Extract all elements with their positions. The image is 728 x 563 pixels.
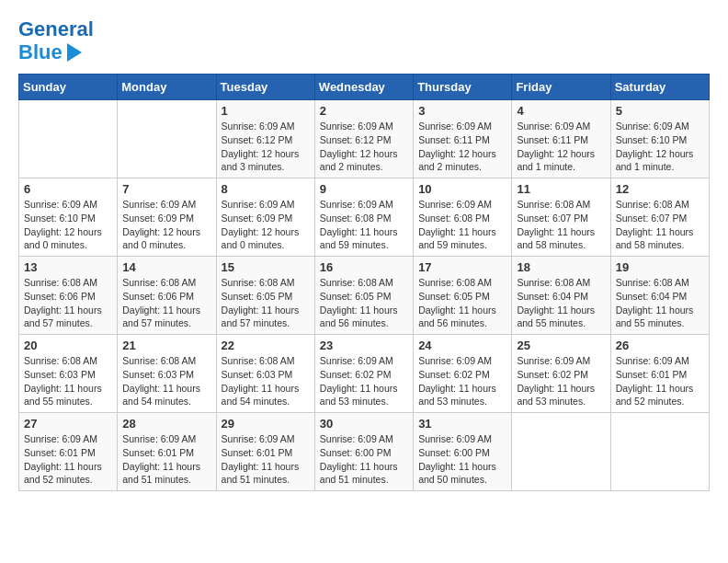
- calendar-cell: 31Sunrise: 6:09 AM Sunset: 6:00 PM Dayli…: [414, 413, 512, 491]
- calendar-cell: 25Sunrise: 6:09 AM Sunset: 6:02 PM Dayli…: [512, 335, 610, 413]
- day-info: Sunrise: 6:08 AM Sunset: 6:05 PM Dayligh…: [418, 276, 506, 330]
- day-number: 1: [222, 104, 310, 118]
- day-number: 21: [122, 339, 210, 352]
- day-info: Sunrise: 6:08 AM Sunset: 6:05 PM Dayligh…: [320, 276, 408, 330]
- calendar-cell: 21Sunrise: 6:08 AM Sunset: 6:03 PM Dayli…: [118, 335, 216, 413]
- calendar-cell: 2Sunrise: 6:09 AM Sunset: 6:12 PM Daylig…: [314, 100, 413, 178]
- day-info: Sunrise: 6:09 AM Sunset: 6:12 PM Dayligh…: [320, 120, 408, 174]
- day-info: Sunrise: 6:09 AM Sunset: 6:12 PM Dayligh…: [222, 120, 310, 174]
- calendar-cell: [610, 413, 709, 491]
- day-number: 20: [24, 339, 112, 352]
- day-number: 31: [418, 417, 506, 431]
- calendar-cell: 9Sunrise: 6:09 AM Sunset: 6:08 PM Daylig…: [314, 178, 413, 257]
- day-info: Sunrise: 6:08 AM Sunset: 6:03 PM Dayligh…: [222, 354, 310, 408]
- day-number: 12: [616, 182, 704, 196]
- calendar-header-row: SundayMondayTuesdayWednesdayThursdayFrid…: [19, 75, 710, 100]
- day-info: Sunrise: 6:09 AM Sunset: 6:08 PM Dayligh…: [418, 198, 506, 252]
- day-number: 14: [122, 260, 210, 274]
- day-info: Sunrise: 6:09 AM Sunset: 6:00 PM Dayligh…: [418, 432, 506, 487]
- day-info: Sunrise: 6:09 AM Sunset: 6:09 PM Dayligh…: [122, 198, 210, 252]
- header-thursday: Thursday: [414, 75, 512, 100]
- calendar-cell: 6Sunrise: 6:09 AM Sunset: 6:10 PM Daylig…: [19, 178, 118, 257]
- day-info: Sunrise: 6:08 AM Sunset: 6:03 PM Dayligh…: [24, 354, 112, 408]
- calendar-cell: 7Sunrise: 6:09 AM Sunset: 6:09 PM Daylig…: [118, 178, 216, 257]
- day-info: Sunrise: 6:09 AM Sunset: 6:10 PM Dayligh…: [24, 198, 112, 252]
- day-info: Sunrise: 6:08 AM Sunset: 6:05 PM Dayligh…: [222, 276, 310, 330]
- calendar-cell: 15Sunrise: 6:08 AM Sunset: 6:05 PM Dayli…: [216, 257, 314, 335]
- day-number: 13: [24, 260, 112, 274]
- page-header: General Blue: [18, 18, 710, 64]
- calendar-week-4: 20Sunrise: 6:08 AM Sunset: 6:03 PM Dayli…: [19, 335, 710, 413]
- day-info: Sunrise: 6:09 AM Sunset: 6:02 PM Dayligh…: [517, 354, 605, 408]
- day-number: 8: [222, 182, 310, 196]
- calendar-week-1: 1Sunrise: 6:09 AM Sunset: 6:12 PM Daylig…: [19, 100, 710, 178]
- calendar-cell: 22Sunrise: 6:08 AM Sunset: 6:03 PM Dayli…: [216, 335, 314, 413]
- day-number: 16: [320, 260, 408, 274]
- calendar-cell: 10Sunrise: 6:09 AM Sunset: 6:08 PM Dayli…: [414, 178, 512, 257]
- day-info: Sunrise: 6:09 AM Sunset: 6:02 PM Dayligh…: [418, 354, 506, 408]
- day-number: 29: [222, 417, 310, 431]
- calendar-cell: [118, 100, 216, 178]
- calendar-week-3: 13Sunrise: 6:08 AM Sunset: 6:06 PM Dayli…: [19, 257, 710, 335]
- day-info: Sunrise: 6:09 AM Sunset: 6:01 PM Dayligh…: [616, 354, 704, 408]
- day-number: 2: [320, 104, 408, 118]
- calendar-cell: 14Sunrise: 6:08 AM Sunset: 6:06 PM Dayli…: [118, 257, 216, 335]
- header-wednesday: Wednesday: [314, 75, 413, 100]
- day-number: 11: [517, 182, 605, 196]
- day-number: 24: [418, 339, 506, 352]
- calendar-cell: 13Sunrise: 6:08 AM Sunset: 6:06 PM Dayli…: [19, 257, 118, 335]
- day-number: 22: [222, 339, 310, 352]
- day-info: Sunrise: 6:09 AM Sunset: 6:00 PM Dayligh…: [320, 432, 408, 487]
- calendar-cell: [19, 100, 118, 178]
- calendar-cell: 5Sunrise: 6:09 AM Sunset: 6:10 PM Daylig…: [610, 100, 709, 178]
- day-number: 25: [517, 339, 605, 352]
- header-sunday: Sunday: [19, 75, 118, 100]
- calendar-cell: 1Sunrise: 6:09 AM Sunset: 6:12 PM Daylig…: [216, 100, 314, 178]
- day-number: 10: [418, 182, 506, 196]
- day-info: Sunrise: 6:08 AM Sunset: 6:07 PM Dayligh…: [616, 198, 704, 252]
- logo-text: General Blue: [18, 18, 94, 64]
- calendar-cell: 30Sunrise: 6:09 AM Sunset: 6:00 PM Dayli…: [314, 413, 413, 491]
- header-tuesday: Tuesday: [216, 75, 314, 100]
- day-info: Sunrise: 6:08 AM Sunset: 6:04 PM Dayligh…: [616, 276, 704, 330]
- calendar-week-2: 6Sunrise: 6:09 AM Sunset: 6:10 PM Daylig…: [19, 178, 710, 257]
- calendar-cell: 11Sunrise: 6:08 AM Sunset: 6:07 PM Dayli…: [512, 178, 610, 257]
- calendar-cell: 29Sunrise: 6:09 AM Sunset: 6:01 PM Dayli…: [216, 413, 314, 491]
- header-friday: Friday: [512, 75, 610, 100]
- day-info: Sunrise: 6:08 AM Sunset: 6:04 PM Dayligh…: [517, 276, 605, 330]
- day-number: 4: [517, 104, 605, 118]
- calendar-cell: [512, 413, 610, 491]
- day-info: Sunrise: 6:09 AM Sunset: 6:01 PM Dayligh…: [24, 432, 112, 487]
- calendar-cell: 20Sunrise: 6:08 AM Sunset: 6:03 PM Dayli…: [19, 335, 118, 413]
- day-number: 5: [616, 104, 704, 118]
- day-number: 28: [122, 417, 210, 431]
- day-number: 6: [24, 182, 112, 196]
- day-number: 7: [122, 182, 210, 196]
- header-monday: Monday: [118, 75, 216, 100]
- day-info: Sunrise: 6:08 AM Sunset: 6:03 PM Dayligh…: [122, 354, 210, 408]
- day-info: Sunrise: 6:09 AM Sunset: 6:01 PM Dayligh…: [122, 432, 210, 487]
- header-saturday: Saturday: [610, 75, 709, 100]
- day-info: Sunrise: 6:09 AM Sunset: 6:02 PM Dayligh…: [320, 354, 408, 408]
- calendar-cell: 17Sunrise: 6:08 AM Sunset: 6:05 PM Dayli…: [414, 257, 512, 335]
- calendar-table: SundayMondayTuesdayWednesdayThursdayFrid…: [18, 74, 710, 491]
- day-info: Sunrise: 6:09 AM Sunset: 6:08 PM Dayligh…: [320, 198, 408, 252]
- day-info: Sunrise: 6:09 AM Sunset: 6:01 PM Dayligh…: [222, 432, 310, 487]
- day-info: Sunrise: 6:09 AM Sunset: 6:11 PM Dayligh…: [418, 120, 506, 174]
- calendar-cell: 12Sunrise: 6:08 AM Sunset: 6:07 PM Dayli…: [610, 178, 709, 257]
- calendar-cell: 19Sunrise: 6:08 AM Sunset: 6:04 PM Dayli…: [610, 257, 709, 335]
- day-number: 9: [320, 182, 408, 196]
- calendar-cell: 24Sunrise: 6:09 AM Sunset: 6:02 PM Dayli…: [414, 335, 512, 413]
- calendar-cell: 18Sunrise: 6:08 AM Sunset: 6:04 PM Dayli…: [512, 257, 610, 335]
- calendar-cell: 8Sunrise: 6:09 AM Sunset: 6:09 PM Daylig…: [216, 178, 314, 257]
- day-number: 23: [320, 339, 408, 352]
- day-number: 30: [320, 417, 408, 431]
- day-info: Sunrise: 6:08 AM Sunset: 6:07 PM Dayligh…: [517, 198, 605, 252]
- day-number: 26: [616, 339, 704, 352]
- logo: General Blue: [18, 18, 94, 64]
- calendar-cell: 3Sunrise: 6:09 AM Sunset: 6:11 PM Daylig…: [414, 100, 512, 178]
- day-info: Sunrise: 6:09 AM Sunset: 6:10 PM Dayligh…: [616, 120, 704, 174]
- day-info: Sunrise: 6:09 AM Sunset: 6:09 PM Dayligh…: [222, 198, 310, 252]
- day-number: 27: [24, 417, 112, 431]
- day-number: 3: [418, 104, 506, 118]
